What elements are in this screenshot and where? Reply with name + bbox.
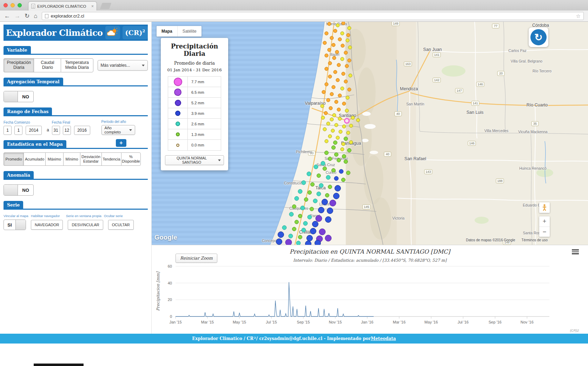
station-dot[interactable] <box>328 61 332 65</box>
station-dot[interactable] <box>308 215 312 220</box>
variable-precipitacion-button[interactable]: Precipitación Diaria <box>4 58 34 72</box>
station-dot[interactable] <box>336 136 340 140</box>
terms-link[interactable]: Términos de uso <box>522 238 548 242</box>
vincular-toggle[interactable]: SI <box>4 220 26 230</box>
station-dot[interactable] <box>319 229 326 235</box>
station-dot[interactable] <box>331 129 335 133</box>
station-dot[interactable] <box>332 85 336 89</box>
station-dot[interactable] <box>325 32 329 35</box>
mas-variables-select[interactable]: Más variables... <box>98 60 148 71</box>
end-day-input[interactable] <box>52 126 60 135</box>
stat-disponible-button[interactable]: % Disponible <box>121 152 141 166</box>
station-dot[interactable] <box>341 87 344 91</box>
periodo-select[interactable]: Año completo <box>101 125 135 135</box>
station-dot[interactable] <box>334 176 339 181</box>
station-dot[interactable] <box>327 208 333 214</box>
ocultar-button[interactable]: OCULTAR <box>108 220 134 230</box>
new-tab-button[interactable] <box>100 3 112 9</box>
station-dot[interactable] <box>339 130 343 134</box>
station-dot[interactable] <box>333 193 339 199</box>
add-statistic-button[interactable]: + <box>116 139 126 147</box>
meteodata-link[interactable]: Meteodata <box>371 336 396 341</box>
station-dot[interactable] <box>321 116 325 120</box>
station-dot[interactable] <box>289 234 293 238</box>
stat-desviacion-button[interactable]: Desviación Estandar <box>80 152 101 166</box>
station-dot[interactable] <box>298 214 302 218</box>
station-dot[interactable] <box>312 221 318 227</box>
station-dot[interactable] <box>313 199 318 203</box>
station-dot[interactable] <box>335 100 338 104</box>
station-dot[interactable] <box>344 137 348 141</box>
station-dot[interactable] <box>328 75 332 79</box>
station-dot[interactable] <box>333 70 337 74</box>
station-dot[interactable] <box>321 161 325 166</box>
station-dot[interactable] <box>295 196 299 201</box>
station-dot[interactable] <box>337 63 341 67</box>
back-button[interactable]: ← <box>4 13 10 19</box>
station-dot[interactable] <box>335 50 339 54</box>
start-year-input[interactable] <box>26 126 42 135</box>
station-dot[interactable] <box>348 46 352 50</box>
station-dot[interactable] <box>324 111 328 115</box>
chart-menu-icon[interactable] <box>572 249 579 255</box>
station-dot[interactable] <box>322 90 326 94</box>
station-dot[interactable] <box>302 181 306 185</box>
precipitation-chart[interactable]: 0204060Jan '15Mar '15May '15Jul '15Sep '… <box>152 263 588 332</box>
station-dot[interactable] <box>336 24 340 27</box>
station-dot[interactable] <box>322 199 328 205</box>
station-dot[interactable] <box>342 125 346 129</box>
station-dot[interactable] <box>298 235 302 239</box>
end-year-input[interactable] <box>74 126 90 135</box>
station-dot[interactable] <box>330 200 336 207</box>
stat-promedio-button[interactable]: Promedio <box>4 152 24 166</box>
station-dot[interactable] <box>308 190 312 195</box>
station-dot[interactable] <box>328 48 331 52</box>
close-window-button[interactable] <box>4 3 8 7</box>
maximize-window-button[interactable] <box>18 3 22 7</box>
station-dot[interactable] <box>332 43 336 47</box>
station-dot[interactable] <box>326 175 331 180</box>
stat-tendencia-button[interactable]: Tendencia <box>101 152 121 166</box>
map[interactable]: 1497714116320142146147141403514640143188… <box>152 22 588 245</box>
map-refresh-button[interactable]: ↻ <box>529 27 548 47</box>
station-dot[interactable] <box>323 41 327 45</box>
station-dot[interactable] <box>298 189 303 194</box>
station-dot[interactable] <box>321 104 324 108</box>
station-dot[interactable] <box>328 22 331 26</box>
station-dot[interactable] <box>349 74 352 78</box>
station-dot[interactable] <box>324 151 329 155</box>
station-dot[interactable] <box>346 131 350 135</box>
station-dot[interactable] <box>338 117 342 121</box>
agregacion-toggle[interactable]: NO <box>4 91 34 102</box>
station-dot[interactable] <box>348 26 351 30</box>
station-dot[interactable] <box>317 174 321 178</box>
station-dot[interactable] <box>310 207 314 211</box>
station-dot[interactable] <box>346 171 350 175</box>
station-dot[interactable] <box>332 113 336 117</box>
station-dot[interactable] <box>296 241 301 245</box>
map-mode-button[interactable]: Mapa <box>157 26 177 37</box>
station-dot[interactable] <box>314 165 318 169</box>
station-dot[interactable] <box>278 231 284 238</box>
station-dot[interactable] <box>348 59 351 63</box>
station-dot[interactable] <box>337 158 341 162</box>
station-dot[interactable] <box>342 72 345 76</box>
station-dot[interactable] <box>318 207 324 213</box>
station-dot[interactable] <box>304 197 308 202</box>
stat-maximo-button[interactable]: Máximo <box>45 152 63 166</box>
station-dot[interactable] <box>344 159 348 164</box>
station-dot[interactable] <box>316 215 322 222</box>
station-dot[interactable] <box>339 169 344 174</box>
station-dot[interactable] <box>326 98 330 102</box>
station-dot[interactable] <box>289 212 294 217</box>
station-dot[interactable] <box>344 80 348 84</box>
station-dot[interactable] <box>310 182 315 187</box>
reload-button[interactable]: ↻ <box>25 13 29 19</box>
station-dot[interactable] <box>325 139 329 143</box>
station-dot[interactable] <box>341 148 344 151</box>
station-dot[interactable] <box>330 36 334 40</box>
station-dot[interactable] <box>292 227 296 231</box>
station-dot[interactable] <box>349 124 353 128</box>
station-dot[interactable] <box>326 122 330 126</box>
station-dot[interactable] <box>325 235 332 242</box>
